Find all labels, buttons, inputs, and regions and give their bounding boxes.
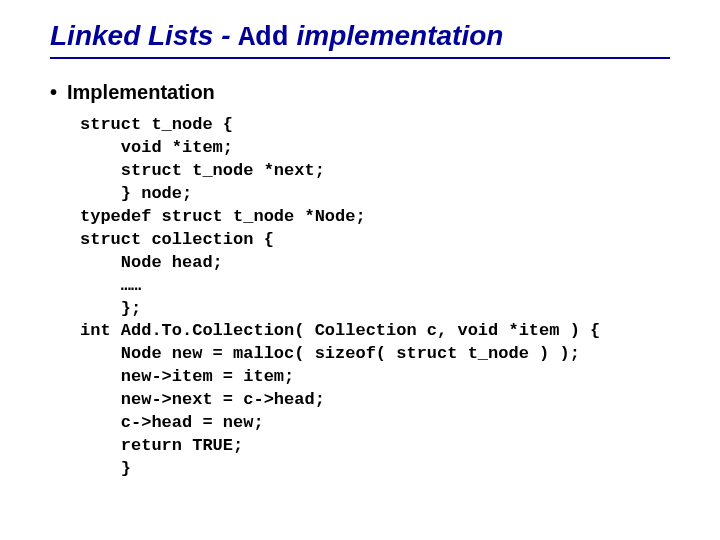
slide-title: Linked Lists - Add implementation <box>50 20 670 59</box>
title-prefix: Linked Lists - <box>50 20 238 51</box>
title-mono: Add <box>238 22 288 53</box>
bullet-item: • Implementation <box>50 81 670 104</box>
slide: Linked Lists - Add implementation • Impl… <box>0 0 720 501</box>
bullet-dot-icon: • <box>50 81 57 104</box>
bullet-text: Implementation <box>67 81 215 104</box>
title-suffix: implementation <box>289 20 504 51</box>
code-block: struct t_node { void *item; struct t_nod… <box>80 114 670 481</box>
